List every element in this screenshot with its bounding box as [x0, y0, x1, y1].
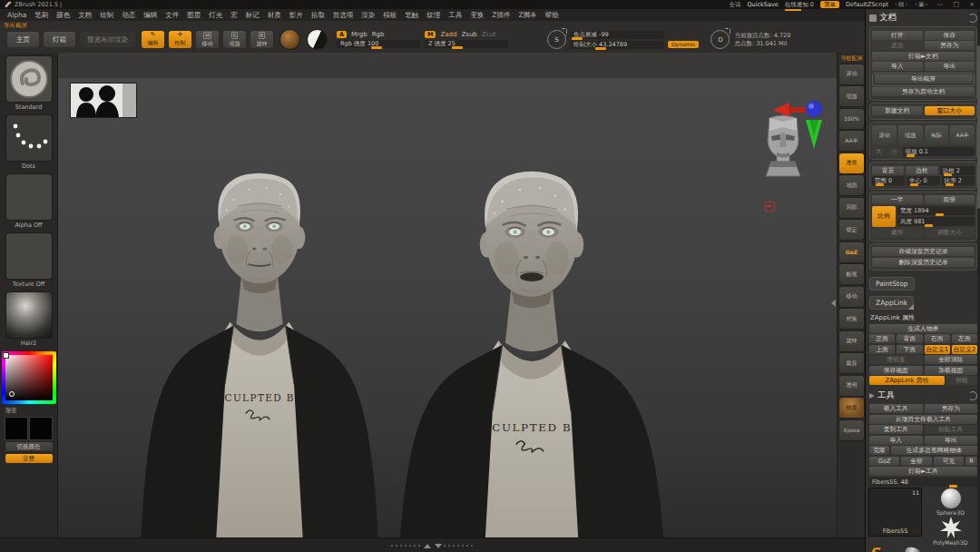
transparency-toggle[interactable]: 透明: [839, 376, 864, 396]
draw-mode-button[interactable]: ✛ 绘制: [169, 31, 191, 48]
menu-file[interactable]: 文件: [165, 11, 179, 20]
m-badge[interactable]: M: [425, 31, 436, 38]
goz-visible-button[interactable]: 可见: [934, 457, 964, 466]
doc-double-small-button[interactable]: 小: [887, 147, 901, 156]
doc-zoom-slider[interactable]: 缩放 0.1: [903, 147, 975, 156]
load-tool-button[interactable]: 载入工具: [869, 404, 923, 413]
zsub-toggle[interactable]: Zsub: [461, 31, 476, 38]
rate-slider[interactable]: 比率 2: [942, 176, 975, 185]
menu-macro[interactable]: 宏: [230, 11, 238, 20]
store-depth-history-button[interactable]: 存储深度历史记录: [872, 247, 975, 256]
zapplink-help-button[interactable]: 帮助: [946, 376, 977, 385]
resize-button[interactable]: 调整大小: [925, 228, 975, 237]
wsize-toggle[interactable]: 窗口大小: [925, 106, 975, 115]
document-palette-header[interactable]: 文档: [869, 12, 977, 24]
current-stroke-thumb[interactable]: [6, 115, 52, 161]
save-startup-doc-button[interactable]: 另存为启动文档: [872, 87, 975, 96]
current-brush-thumb[interactable]: [6, 56, 52, 102]
floor-grid-toggle[interactable]: 地面: [839, 175, 864, 195]
perspective-toggle[interactable]: 透视: [839, 153, 864, 173]
refresh-icon[interactable]: [968, 14, 977, 23]
color-picker[interactable]: [2, 351, 56, 404]
view-cust1-button[interactable]: 自定义1: [925, 345, 950, 354]
tool-palette-header[interactable]: 工具: [869, 389, 977, 401]
z-intensity-slider[interactable]: Z 强度 25: [425, 40, 508, 48]
color-corner-swatch[interactable]: [3, 352, 9, 359]
doc-half-small-button[interactable]: 大: [872, 147, 886, 156]
make-polymesh-button[interactable]: 生成多边形网格物体: [891, 446, 977, 455]
width-slider[interactable]: 宽度 1894: [897, 206, 975, 215]
doc-scroll-button[interactable]: 滚动: [872, 125, 897, 145]
menu-light[interactable]: 灯光: [209, 11, 222, 20]
secondary-color-swatch[interactable]: [30, 418, 52, 439]
height-slider[interactable]: 高度 981: [897, 217, 975, 226]
doc-export-button[interactable]: 导出: [925, 62, 975, 71]
menu-tool[interactable]: 工具: [448, 11, 462, 20]
center-slider[interactable]: 中心 0: [906, 176, 939, 185]
solo-toggle[interactable]: 独显: [839, 398, 864, 418]
double-button[interactable]: 双倍: [925, 195, 975, 204]
view-left-button[interactable]: 左面: [952, 334, 977, 343]
menu-transform[interactable]: 变换: [470, 11, 484, 20]
s-dial-button[interactable]: S: [547, 30, 566, 49]
d-dial-button[interactable]: D: [710, 30, 730, 49]
a-badge[interactable]: A: [337, 31, 347, 38]
doc-save-as-button[interactable]: 另存为: [925, 41, 975, 50]
fade-button[interactable]: 透明度: [869, 355, 923, 364]
rgb-intensity-slider[interactable]: Rgb 强度 100: [337, 40, 420, 48]
live-boolean-button[interactable]: 预览布尔渲染: [80, 32, 135, 47]
menu-layer[interactable]: 图层: [187, 11, 201, 20]
lock-camera-toggle[interactable]: 锁定: [839, 220, 864, 240]
menu-stencil[interactable]: 模板: [383, 11, 397, 20]
view-top-button[interactable]: 上面: [869, 345, 895, 354]
rotate-mode-button[interactable]: R 旋转: [250, 31, 273, 48]
goz-r-button[interactable]: R: [965, 457, 977, 466]
session-label[interactable]: 会话: [729, 1, 740, 9]
scale-mode-button[interactable]: S 缩放: [223, 31, 246, 48]
menu-texture[interactable]: 纹理: [426, 11, 440, 20]
load-tool-from-project-button[interactable]: 从项目文件载入工具: [869, 415, 977, 424]
half-button[interactable]: 一半: [872, 195, 923, 204]
view-front-button[interactable]: 正面: [869, 334, 895, 343]
alpha-slot[interactable]: [6, 174, 52, 220]
move-mode-button[interactable]: M 移动: [196, 31, 219, 48]
zoom3d-button[interactable]: 缩放: [839, 86, 864, 106]
active-tool-thumb[interactable]: 11 Fibers55: [869, 488, 921, 536]
axis-gizmo[interactable]: [773, 98, 829, 151]
doc-open-button[interactable]: 打开: [872, 31, 923, 40]
paste-tool-button[interactable]: 粘贴工具: [925, 425, 978, 434]
edit-mode-button[interactable]: ✎ 编辑: [142, 31, 164, 48]
tray-open-arrow-icon[interactable]: [424, 544, 431, 548]
delete-depth-history-button[interactable]: 删除深度历史记录: [872, 258, 975, 267]
doc-actual-button[interactable]: 实际: [925, 125, 949, 145]
alternate-button[interactable]: 交替: [5, 454, 53, 463]
home-button[interactable]: 主页: [7, 32, 39, 47]
menu-material[interactable]: 材质: [268, 11, 281, 20]
tool-import-button[interactable]: 导入: [869, 436, 923, 445]
document-area[interactable]: SCULPTED BY: [58, 78, 837, 537]
actual-size-button[interactable]: 100%: [839, 109, 864, 129]
close-button[interactable]: ×: [967, 1, 976, 9]
menu-help[interactable]: 帮助: [545, 11, 559, 20]
current-material-thumb[interactable]: [6, 292, 52, 338]
border-slider[interactable]: 边框 2: [940, 166, 975, 175]
copy-tool-button[interactable]: 复制工具: [869, 425, 923, 434]
lightbox-document-button[interactable]: 灯箱►文档: [872, 52, 975, 61]
right-tray-divider-handle[interactable]: [831, 300, 836, 307]
menu-zscript[interactable]: Z脚本: [518, 11, 536, 20]
texture-slot[interactable]: [6, 233, 52, 279]
zadd-toggle[interactable]: Zadd: [440, 31, 456, 38]
tool-refresh-icon[interactable]: [968, 391, 977, 400]
lightbox-tool-button[interactable]: 灯箱►工具: [869, 467, 977, 476]
load-views-button[interactable]: 加载视图: [925, 366, 978, 375]
sculpt-canvas[interactable]: SCULPTED BY: [58, 53, 837, 537]
focus-button[interactable]: 对焦: [839, 309, 864, 329]
menu-brush[interactable]: 笔刷: [34, 11, 48, 20]
gradient-label[interactable]: 渐变: [5, 407, 53, 415]
menu-zplugin[interactable]: Z插件: [492, 11, 510, 20]
zapplink-launch-button[interactable]: ZAppLink 启动: [869, 376, 945, 385]
zscript-button[interactable]: DefaultZScript: [846, 1, 888, 8]
menu-picker[interactable]: 拾取: [311, 11, 325, 20]
tool-thumb-polymesh3d[interactable]: [940, 517, 962, 538]
create-character-sheet-button[interactable]: 生成人物表: [869, 324, 977, 333]
